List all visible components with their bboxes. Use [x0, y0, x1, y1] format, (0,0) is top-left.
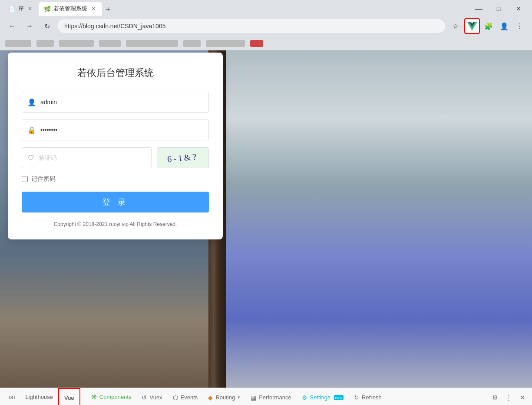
tab-close-button[interactable]: ✕: [26, 5, 33, 12]
tab-label-active: 若依管理系统: [53, 5, 87, 13]
captcha-row: 🛡 6-1&?: [22, 147, 209, 168]
devtools-tab-lighthouse-label: Lighthouse: [25, 394, 53, 400]
tab-close-active-button[interactable]: ✕: [90, 5, 97, 12]
captcha-text: 6-1&?: [167, 151, 199, 164]
devtools-close-button[interactable]: ✕: [516, 392, 529, 404]
back-button[interactable]: ←: [5, 19, 19, 33]
minimize-button[interactable]: —: [469, 2, 489, 16]
devtools-tab-vuex-label: Vuex: [149, 394, 162, 401]
vue-devtools-button[interactable]: [464, 18, 480, 34]
captcha-image[interactable]: 6-1&?: [157, 147, 209, 168]
user-icon: 👤: [27, 98, 36, 106]
username-input-wrapper: 👤: [22, 92, 209, 113]
bookmark-3[interactable]: [59, 40, 94, 47]
new-tab-button[interactable]: +: [102, 3, 114, 16]
remember-label: 记住密码: [31, 175, 56, 183]
tab-label: 序: [18, 5, 24, 13]
devtools-tab-vue[interactable]: Vue: [58, 388, 80, 405]
routing-icon: ◆: [208, 394, 213, 401]
settings-new-badge: new: [334, 395, 344, 400]
tab-favicon: 📄: [9, 6, 16, 12]
bookmarks-bar: [0, 37, 532, 50]
bookmark-red[interactable]: [250, 40, 263, 47]
page-content: 若依后台管理系统 👤 🔒 🛡 6-1&?: [0, 50, 532, 388]
password-input[interactable]: [40, 126, 203, 133]
devtools-tab-settings[interactable]: ⚙ Settings new: [297, 388, 349, 405]
devtools-settings-button[interactable]: ⚙: [489, 392, 501, 404]
settings-icon: ⚙: [302, 394, 307, 401]
devtools-tab-events[interactable]: ⬡ Events: [168, 388, 203, 405]
login-title: 若依后台管理系统: [22, 66, 209, 80]
star-button[interactable]: ☆: [449, 19, 463, 33]
captcha-group: 🛡 6-1&?: [22, 147, 209, 168]
bookmark-6[interactable]: [183, 40, 201, 47]
devtools-tab-routing[interactable]: ◆ Routing ▾: [203, 388, 245, 405]
devtools-tab-performance[interactable]: ▦ Performance: [245, 388, 296, 405]
devtools-bar: on Lighthouse Vue ❋ Components ↺ Vuex: [0, 388, 532, 405]
devtools-tab-components[interactable]: ❋ Components: [86, 388, 137, 405]
reload-button[interactable]: ↻: [40, 19, 54, 33]
performance-icon: ▦: [251, 394, 256, 401]
vuex-icon: ↺: [142, 394, 147, 401]
captcha-input[interactable]: [39, 154, 146, 161]
maximize-button[interactable]: □: [489, 2, 509, 16]
bookmark-1[interactable]: [5, 40, 31, 47]
devtools-tab-events-label: Events: [181, 394, 198, 401]
devtools-tab-vuex[interactable]: ↺ Vuex: [136, 388, 167, 405]
tab-active[interactable]: 🌿 若依管理系统 ✕: [39, 2, 102, 16]
copyright-text: Copyright © 2018-2021 ruoyi.vip All Righ…: [22, 221, 209, 227]
events-icon: ⬡: [173, 394, 178, 401]
bookmark-7[interactable]: [206, 40, 245, 47]
refresh-icon: ↻: [354, 394, 359, 401]
devtools-tab-routing-label: Routing: [215, 394, 235, 401]
menu-button[interactable]: ⋮: [513, 19, 527, 33]
devtools-actions: ⚙ ⋮ ✕: [485, 388, 532, 405]
routing-chevron-icon: ▾: [238, 395, 240, 400]
devtools-more-button[interactable]: ⋮: [502, 392, 515, 404]
vue-logo-icon: [467, 22, 477, 30]
devtools-panel: on Lighthouse Vue ❋ Components ↺ Vuex: [0, 388, 532, 405]
captcha-input-wrapper: 🛡: [22, 147, 152, 168]
tab-favicon-active: 🌿: [44, 6, 51, 12]
remember-row: 记住密码: [22, 175, 209, 183]
remember-checkbox[interactable]: [22, 176, 28, 182]
password-group: 🔒: [22, 120, 209, 140]
components-icon: ❋: [91, 393, 97, 401]
profile-button[interactable]: 👤: [497, 19, 511, 33]
background-right: [213, 50, 532, 388]
shield-icon: 🛡: [27, 154, 34, 162]
devtools-tab-settings-label: Settings: [310, 394, 330, 401]
devtools-main-tabs: ❋ Components ↺ Vuex ⬡ Events ◆ Routing ▾…: [84, 388, 485, 405]
username-input[interactable]: [40, 99, 203, 106]
forward-button[interactable]: →: [23, 19, 36, 33]
devtools-tab-lighthouse[interactable]: Lighthouse: [20, 388, 58, 405]
tab-bar: 📄 序 ✕ 🌿 若依管理系统 ✕ + — □ ✕: [0, 0, 532, 16]
bookmark-4[interactable]: [99, 40, 121, 47]
address-input[interactable]: [57, 19, 445, 33]
devtools-tab-on[interactable]: on: [3, 388, 20, 405]
address-bar: ← → ↻ ☆ 🧩 👤 ⋮: [0, 16, 532, 37]
close-button[interactable]: ✕: [509, 2, 529, 16]
username-group: 👤: [22, 92, 209, 113]
login-button[interactable]: 登 录: [22, 192, 209, 212]
tab-inactive[interactable]: 📄 序 ✕: [3, 2, 39, 16]
devtools-tab-on-label: on: [9, 394, 15, 400]
devtools-tab-vue-label: Vue: [64, 395, 74, 401]
password-input-wrapper: 🔒: [22, 120, 209, 140]
lock-icon: 🔒: [27, 126, 36, 134]
devtools-tab-refresh-label: Refresh: [362, 394, 382, 401]
devtools-tab-components-label: Components: [99, 394, 132, 400]
extensions-button[interactable]: 🧩: [482, 19, 496, 33]
toolbar-icons: ☆ 🧩 👤 ⋮: [449, 18, 527, 34]
devtools-tab-performance-label: Performance: [259, 394, 291, 401]
bookmark-5[interactable]: [126, 40, 178, 47]
login-dialog: 若依后台管理系统 👤 🔒 🛡 6-1&?: [8, 53, 223, 239]
devtools-tab-refresh[interactable]: ↻ Refresh: [349, 388, 387, 405]
bookmark-2[interactable]: [36, 40, 54, 47]
browser-chrome: 📄 序 ✕ 🌿 若依管理系统 ✕ + — □ ✕ ← → ↻ ☆: [0, 0, 532, 50]
devtools-left-tabs: on Lighthouse Vue: [0, 388, 84, 405]
